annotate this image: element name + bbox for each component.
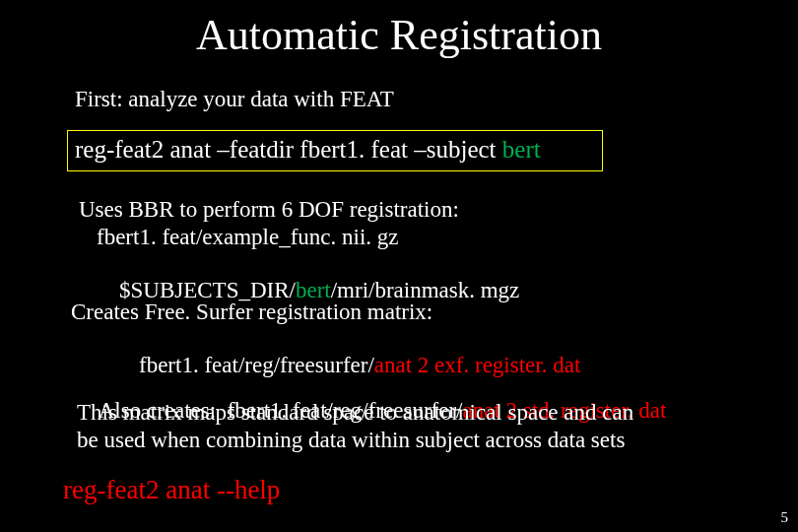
command-prefix: reg-feat2 anat –featdir fbert1. feat –su… — [75, 136, 502, 163]
also-line-3: be used when combining data within subje… — [77, 428, 625, 453]
uses-line-1: Uses BBR to perform 6 DOF registration: — [79, 197, 459, 223]
help-command: reg-feat2 anat --help — [63, 475, 280, 505]
slide-title: Automatic Registration — [0, 10, 798, 60]
uses-line-2: fbert1. feat/example_func. nii. gz — [97, 225, 399, 250]
creates-line-1: Creates Free. Surfer registration matrix… — [71, 299, 432, 325]
command-subject: bert — [502, 136, 541, 163]
command-text: reg-feat2 anat –featdir fbert1. feat –su… — [75, 136, 541, 164]
also-line-2: This matrix maps standard space to anato… — [77, 400, 633, 426]
page-number: 5 — [781, 509, 789, 526]
intro-line: First: analyze your data with FEAT — [75, 87, 394, 112]
slide: Automatic Registration First: analyze yo… — [0, 0, 798, 532]
